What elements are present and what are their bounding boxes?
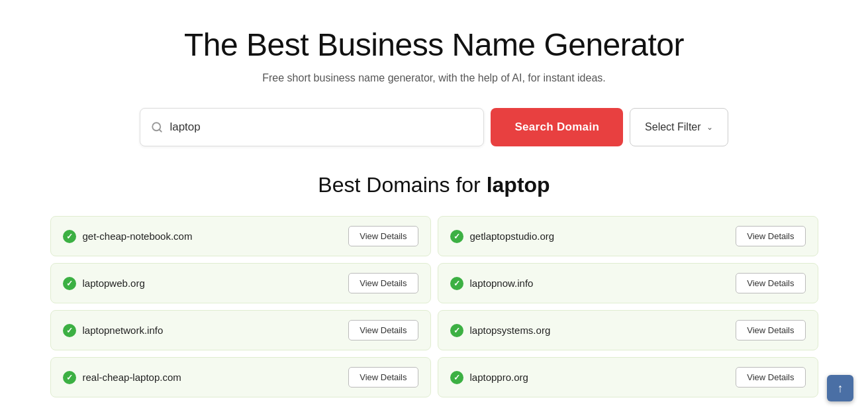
scroll-to-top-button[interactable]: ↑	[827, 375, 853, 401]
results-title-prefix: Best Domains for	[318, 173, 486, 197]
domain-left: laptoppro.org	[450, 371, 528, 384]
available-icon	[63, 324, 76, 337]
search-icon	[151, 121, 163, 133]
available-icon	[63, 371, 76, 384]
domains-grid: get-cheap-notebook.com View Details lapt…	[50, 216, 818, 397]
domain-name: laptopnetwork.info	[83, 325, 164, 336]
hero-title: The Best Business Name Generator	[50, 26, 818, 63]
results-section: Best Domains for laptop get-cheap-notebo…	[50, 173, 818, 397]
domain-name: laptopsystems.org	[470, 325, 551, 336]
available-icon	[450, 277, 463, 290]
view-details-button[interactable]: View Details	[348, 226, 418, 246]
domain-item: laptopnow.info View Details	[438, 263, 818, 303]
search-input[interactable]	[169, 121, 473, 134]
domain-left: get-cheap-notebook.com	[63, 230, 193, 243]
svg-line-1	[160, 129, 162, 131]
available-icon	[450, 371, 463, 384]
arrow-up-icon: ↑	[838, 382, 844, 395]
domains-left-column: get-cheap-notebook.com View Details lapt…	[50, 216, 431, 397]
select-filter-button[interactable]: Select Filter ⌄	[630, 108, 728, 146]
search-box	[140, 108, 484, 146]
domain-left: laptopsystems.org	[450, 324, 551, 337]
domain-left: laptopnow.info	[450, 277, 534, 290]
filter-label: Select Filter	[645, 121, 700, 133]
domain-item: getlaptopstudio.org View Details	[438, 216, 818, 256]
domain-item: real-cheap-laptop.com View Details	[50, 357, 431, 397]
view-details-button[interactable]: View Details	[736, 367, 805, 388]
available-icon	[63, 277, 76, 290]
domain-name: laptopnow.info	[470, 278, 534, 289]
available-icon	[63, 230, 76, 243]
domains-right-column: getlaptopstudio.org View Details laptopn…	[438, 216, 818, 397]
view-details-button[interactable]: View Details	[348, 273, 418, 293]
view-details-button[interactable]: View Details	[736, 226, 805, 246]
view-details-button[interactable]: View Details	[348, 320, 418, 340]
domain-item: get-cheap-notebook.com View Details	[50, 216, 431, 256]
domain-name: real-cheap-laptop.com	[83, 372, 181, 383]
available-icon	[450, 230, 463, 243]
domain-item: laptopnetwork.info View Details	[50, 310, 431, 350]
search-domain-button[interactable]: Search Domain	[491, 108, 623, 146]
domain-name: get-cheap-notebook.com	[83, 231, 193, 242]
available-icon	[450, 324, 463, 337]
domain-left: laptopnetwork.info	[63, 324, 164, 337]
chevron-down-icon: ⌄	[706, 123, 713, 132]
domain-item: laptoppro.org View Details	[438, 357, 818, 397]
domain-left: laptopweb.org	[63, 277, 145, 290]
domain-item: laptopsystems.org View Details	[438, 310, 818, 350]
search-section: Search Domain Select Filter ⌄	[50, 108, 818, 146]
hero-section: The Best Business Name Generator Free sh…	[50, 26, 818, 84]
view-details-button[interactable]: View Details	[348, 367, 418, 388]
domain-item: laptopweb.org View Details	[50, 263, 431, 303]
results-keyword: laptop	[487, 173, 550, 197]
domain-name: laptopweb.org	[83, 278, 145, 289]
view-details-button[interactable]: View Details	[736, 320, 805, 340]
results-title: Best Domains for laptop	[50, 173, 818, 197]
hero-subtitle: Free short business name generator, with…	[50, 72, 818, 84]
domain-left: real-cheap-laptop.com	[63, 371, 181, 384]
domain-left: getlaptopstudio.org	[450, 230, 555, 243]
domain-name: getlaptopstudio.org	[470, 231, 555, 242]
domain-name: laptoppro.org	[470, 372, 528, 383]
view-details-button[interactable]: View Details	[736, 273, 805, 293]
